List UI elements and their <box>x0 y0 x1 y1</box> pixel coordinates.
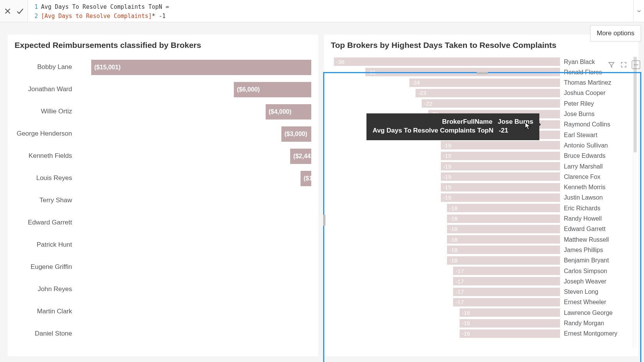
data-bar[interactable]: -18 <box>447 256 560 265</box>
bar-row[interactable]: -17Carlos Simpson <box>334 266 626 276</box>
data-bar[interactable]: -17 <box>453 277 560 285</box>
bar-row[interactable]: -17Ernest Wheeler <box>334 297 626 308</box>
bar-row[interactable]: Kenneth Fields($2,442) <box>15 147 311 165</box>
data-bar[interactable]: -18 <box>447 204 560 212</box>
formula-measure-ref: [Avg Days to Resolve Complaints] <box>41 11 152 21</box>
bar-value-label: -22 <box>424 100 432 107</box>
scrollbar[interactable] <box>633 57 637 348</box>
bar-chart-right[interactable]: -36Ryan Black-31Ronald Flores-24Thomas M… <box>334 57 626 351</box>
category-label: Eugene Griffin <box>15 263 76 271</box>
bar-row[interactable]: Patrick Hunt <box>15 236 311 254</box>
bar-row[interactable]: -18Matthew Russell <box>334 234 626 245</box>
data-bar[interactable]: -31 <box>365 68 560 76</box>
category-label: Matthew Russell <box>564 236 609 243</box>
visual-expected-reimbursements[interactable]: Expected Reimbursements classified by Br… <box>8 34 318 356</box>
data-bar[interactable]: ($6,000) <box>234 82 311 97</box>
data-bar[interactable]: -24 <box>409 79 560 87</box>
bar-value-label: -19 <box>443 152 452 159</box>
data-bar[interactable]: -19 <box>441 193 560 202</box>
data-bar[interactable]: ($15,001) <box>91 60 311 75</box>
data-bar[interactable]: -17 <box>453 288 560 296</box>
bar-row[interactable]: Martin Clark <box>15 303 311 320</box>
bar-row[interactable]: -18James Phillips <box>334 245 626 255</box>
bar-row[interactable]: -16Lawrence George <box>334 308 626 318</box>
bar-row[interactable]: -18Benjamin Bryant <box>334 256 626 266</box>
bar-row[interactable]: -36Ryan Black <box>334 57 626 67</box>
bar-row[interactable]: -19Antonio Sullivan <box>334 140 626 151</box>
bar-row[interactable]: -16Randy Morgan <box>334 318 626 329</box>
bar-value-label: -19 <box>443 142 452 149</box>
data-bar[interactable]: ($3,000) <box>281 126 311 142</box>
cancel-formula-button[interactable] <box>3 7 12 16</box>
bar-chart-left[interactable]: Bobby Lane($15,001)Jonathan Ward($6,000)… <box>15 58 311 353</box>
data-bar[interactable]: -18 <box>447 246 560 254</box>
bar-row[interactable]: -18Edward Garrett <box>334 224 626 234</box>
expand-formula-button[interactable] <box>633 0 644 22</box>
category-label: Peter Riley <box>564 100 594 107</box>
bar-row[interactable]: -22Peter Riley <box>334 98 626 109</box>
commit-formula-button[interactable] <box>15 7 25 16</box>
bar-row[interactable]: Terry Shaw <box>15 192 311 209</box>
data-bar[interactable]: -16 <box>460 308 560 317</box>
report-canvas[interactable]: More options Expected Reimbursements cla… <box>0 22 644 362</box>
category-label: Kenneth Fields <box>15 152 76 160</box>
bar-row[interactable]: -17Joseph Weaver <box>334 276 626 287</box>
bar-row[interactable]: Daniel Stone <box>15 325 311 342</box>
data-bar[interactable]: -19 <box>441 141 560 149</box>
bar-row[interactable]: Bobby Lane($15,001) <box>15 58 311 76</box>
data-bar[interactable]: -22 <box>422 99 560 108</box>
bar-value-label: ($1,791) <box>304 175 311 182</box>
data-bar[interactable]: -19 <box>441 183 560 192</box>
data-bar[interactable]: -19 <box>441 152 560 160</box>
bar-row[interactable]: -24Thomas Martinez <box>334 78 626 88</box>
scrollbar-thumb[interactable] <box>634 57 637 152</box>
data-bar[interactable]: -17 <box>453 267 560 275</box>
formula-editor[interactable]: 1 Avg Days To Resolve Complaints TopN = … <box>28 0 633 22</box>
more-options-icon[interactable] <box>632 61 640 69</box>
bar-row[interactable]: -17Steven Long <box>334 287 626 297</box>
bar-row[interactable]: -19Larry Marshall <box>334 161 626 172</box>
bar-row[interactable]: Eugene Griffin <box>15 258 311 276</box>
bar-row[interactable]: Louis Reyes($1,791) <box>15 169 311 187</box>
data-bar[interactable]: -18 <box>447 215 560 223</box>
bar-value-label: ($15,001) <box>94 64 121 71</box>
data-bar[interactable]: -18 <box>447 235 560 244</box>
bar-row[interactable]: -19Bruce Edwards <box>334 151 626 161</box>
category-label: Steven Long <box>564 288 598 295</box>
data-bar[interactable]: -19 <box>441 162 560 170</box>
data-bar[interactable]: -23 <box>416 89 560 97</box>
category-label: Ryan Black <box>564 59 595 66</box>
bar-row[interactable]: George Henderson($3,000) <box>15 125 311 143</box>
data-bar[interactable]: ($4,000) <box>266 104 311 120</box>
bar-row[interactable]: Willie Ortiz($4,000) <box>15 103 311 120</box>
data-bar[interactable]: -16 <box>460 329 560 338</box>
bar-row[interactable]: -19Clarence Fox <box>334 172 626 182</box>
bar-row[interactable]: -18Eric Richards <box>334 203 626 213</box>
bar-row[interactable]: -19Kenneth Morris <box>334 182 626 193</box>
data-bar[interactable]: ($2,442) <box>290 149 311 164</box>
filter-icon[interactable] <box>607 61 616 69</box>
bar-row[interactable]: -19Justin Lawson <box>334 193 626 203</box>
bar-row[interactable]: Edward Garrett <box>15 214 311 231</box>
data-bar[interactable]: -17 <box>453 298 560 306</box>
bar-row[interactable]: -31Ronald Flores <box>334 67 626 77</box>
more-options-button[interactable]: More options <box>590 25 641 41</box>
bar-row[interactable]: -23Joshua Cooper <box>334 88 626 98</box>
bar-row[interactable]: Jonathan Ward($6,000) <box>15 80 311 98</box>
data-bar[interactable]: -19 <box>441 172 560 181</box>
bar-row[interactable]: John Reyes <box>15 280 311 298</box>
data-bar[interactable]: -18 <box>447 225 560 233</box>
data-bar[interactable]: -36 <box>334 57 560 66</box>
mouse-cursor-icon <box>525 122 532 130</box>
data-bar[interactable]: -16 <box>460 319 560 328</box>
formula-text: Avg Days To Resolve Complaints TopN = <box>41 2 169 11</box>
category-label: Justin Lawson <box>564 194 603 201</box>
bar-row[interactable]: -16Ernest Montgomery <box>334 329 626 339</box>
category-label: Ernest Wheeler <box>564 299 606 306</box>
category-label: Larry Marshall <box>564 163 603 170</box>
data-bar[interactable]: ($1,791) <box>301 171 311 186</box>
visual-top-brokers-days[interactable]: Top Brokers by Highest Days Taken to Res… <box>324 34 638 356</box>
category-label: Bobby Lane <box>15 63 76 71</box>
focus-mode-icon[interactable] <box>619 61 628 69</box>
bar-row[interactable]: -18Randy Howell <box>334 214 626 224</box>
